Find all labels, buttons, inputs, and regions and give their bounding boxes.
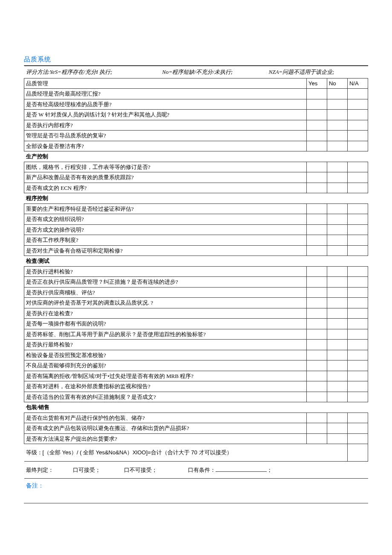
answer-cell-yes[interactable] bbox=[306, 110, 327, 120]
answer-cell-na[interactable] bbox=[347, 89, 368, 99]
answer-cell-no[interactable] bbox=[327, 392, 347, 402]
answer-cell-yes[interactable] bbox=[306, 319, 327, 329]
answer-cell-yes[interactable] bbox=[306, 340, 327, 350]
answer-cell-no[interactable] bbox=[327, 183, 347, 193]
answer-cell-yes[interactable] bbox=[306, 203, 327, 214]
answer-cell-yes[interactable] bbox=[306, 245, 327, 256]
answer-cell-na[interactable] bbox=[347, 245, 368, 256]
answer-cell-na[interactable] bbox=[347, 413, 368, 423]
answer-cell-no[interactable] bbox=[327, 203, 347, 214]
answer-cell-no[interactable] bbox=[327, 371, 347, 381]
answer-cell-yes[interactable] bbox=[306, 214, 327, 225]
answer-cell-yes[interactable] bbox=[306, 224, 327, 235]
answer-cell-yes[interactable] bbox=[306, 423, 327, 434]
answer-cell-yes[interactable] bbox=[306, 287, 327, 298]
answer-cell-no[interactable] bbox=[327, 433, 347, 444]
answer-cell-yes[interactable] bbox=[306, 89, 327, 99]
answer-cell-na[interactable] bbox=[347, 308, 368, 319]
answer-cell-na[interactable] bbox=[347, 120, 368, 131]
final-judgement: 最终判定：口可接受；口不可接受；口有条件：； bbox=[24, 461, 368, 479]
answer-cell-na[interactable] bbox=[347, 224, 368, 235]
answer-cell-no[interactable] bbox=[327, 110, 347, 120]
answer-cell-no[interactable] bbox=[327, 423, 347, 434]
answer-cell-yes[interactable] bbox=[306, 266, 327, 277]
answer-cell-no[interactable] bbox=[327, 381, 347, 392]
answer-cell-yes[interactable] bbox=[306, 371, 327, 381]
answer-cell-yes[interactable] bbox=[306, 235, 327, 246]
answer-cell-na[interactable] bbox=[347, 381, 368, 392]
judge-condition-blank[interactable] bbox=[216, 466, 267, 472]
answer-cell-no[interactable] bbox=[327, 172, 347, 183]
answer-cell-yes[interactable] bbox=[306, 381, 327, 392]
answer-cell-yes[interactable] bbox=[306, 99, 327, 110]
answer-cell-na[interactable] bbox=[347, 287, 368, 298]
answer-cell-na[interactable] bbox=[347, 360, 368, 371]
judge-accept: 口可接受； bbox=[73, 466, 124, 474]
answer-cell-na[interactable] bbox=[347, 214, 368, 225]
question-text: 是否有对进料，在途和外部质量指标的监视和报告? bbox=[24, 381, 307, 392]
answer-cell-yes[interactable] bbox=[306, 172, 327, 183]
answer-cell-yes[interactable] bbox=[306, 360, 327, 371]
answer-cell-na[interactable] bbox=[347, 319, 368, 329]
answer-cell-na[interactable] bbox=[347, 371, 368, 381]
answer-cell-yes[interactable] bbox=[306, 308, 327, 319]
answer-cell-yes[interactable] bbox=[306, 433, 327, 444]
answer-cell-yes[interactable] bbox=[306, 183, 327, 193]
answer-cell-no[interactable] bbox=[327, 298, 347, 308]
answer-cell-no[interactable] bbox=[327, 277, 347, 288]
answer-cell-no[interactable] bbox=[327, 308, 347, 319]
answer-cell-no[interactable] bbox=[327, 266, 347, 277]
answer-cell-yes[interactable] bbox=[306, 413, 327, 423]
answer-cell-na[interactable] bbox=[347, 235, 368, 246]
answer-cell-yes[interactable] bbox=[306, 141, 327, 151]
answer-cell-no[interactable] bbox=[327, 120, 347, 131]
answer-cell-no[interactable] bbox=[327, 245, 347, 256]
answer-cell-na[interactable] bbox=[347, 423, 368, 434]
grade-result-cell[interactable] bbox=[347, 444, 368, 462]
answer-cell-yes[interactable] bbox=[306, 277, 327, 288]
answer-cell-na[interactable] bbox=[347, 141, 368, 151]
answer-cell-na[interactable] bbox=[347, 340, 368, 350]
answer-cell-no[interactable] bbox=[327, 131, 347, 141]
answer-cell-no[interactable] bbox=[327, 99, 347, 110]
answer-cell-no[interactable] bbox=[327, 413, 347, 423]
answer-cell-na[interactable] bbox=[347, 392, 368, 402]
answer-cell-yes[interactable] bbox=[306, 350, 327, 360]
answer-cell-no[interactable] bbox=[327, 141, 347, 151]
answer-cell-no[interactable] bbox=[327, 235, 347, 246]
answer-cell-no[interactable] bbox=[327, 329, 347, 340]
answer-cell-no[interactable] bbox=[327, 89, 347, 99]
answer-cell-na[interactable] bbox=[347, 277, 368, 288]
answer-cell-no[interactable] bbox=[327, 340, 347, 350]
answer-cell-na[interactable] bbox=[347, 110, 368, 120]
scoring-yes: 评分方法:YeS=程序存在/充分I 执行; bbox=[26, 68, 162, 76]
answer-cell-na[interactable] bbox=[347, 266, 368, 277]
answer-cell-na[interactable] bbox=[347, 99, 368, 110]
section-heading: 检查/测试 bbox=[24, 256, 368, 267]
answer-cell-na[interactable] bbox=[347, 131, 368, 141]
answer-cell-na[interactable] bbox=[347, 183, 368, 193]
answer-cell-no[interactable] bbox=[327, 214, 347, 225]
answer-cell-yes[interactable] bbox=[306, 120, 327, 131]
answer-cell-na[interactable] bbox=[347, 298, 368, 308]
question-text: 是否执行最终检验? bbox=[24, 340, 307, 350]
answer-cell-no[interactable] bbox=[327, 350, 347, 360]
answer-cell-na[interactable] bbox=[347, 203, 368, 214]
answer-cell-yes[interactable] bbox=[306, 329, 327, 340]
answer-cell-no[interactable] bbox=[327, 319, 347, 329]
answer-cell-na[interactable] bbox=[347, 162, 368, 172]
answer-cell-yes[interactable] bbox=[306, 131, 327, 141]
answer-cell-na[interactable] bbox=[347, 329, 368, 340]
answer-cell-yes[interactable] bbox=[306, 392, 327, 402]
question-text: 是否执行进料检验? bbox=[24, 266, 307, 277]
answer-cell-na[interactable] bbox=[347, 172, 368, 183]
answer-cell-yes[interactable] bbox=[306, 298, 327, 308]
answer-cell-yes[interactable] bbox=[306, 162, 327, 172]
page-title: 品质系统 bbox=[24, 55, 368, 64]
answer-cell-na[interactable] bbox=[347, 433, 368, 444]
answer-cell-no[interactable] bbox=[327, 287, 347, 298]
answer-cell-no[interactable] bbox=[327, 224, 347, 235]
answer-cell-no[interactable] bbox=[327, 360, 347, 371]
answer-cell-na[interactable] bbox=[347, 350, 368, 360]
answer-cell-no[interactable] bbox=[327, 162, 347, 172]
